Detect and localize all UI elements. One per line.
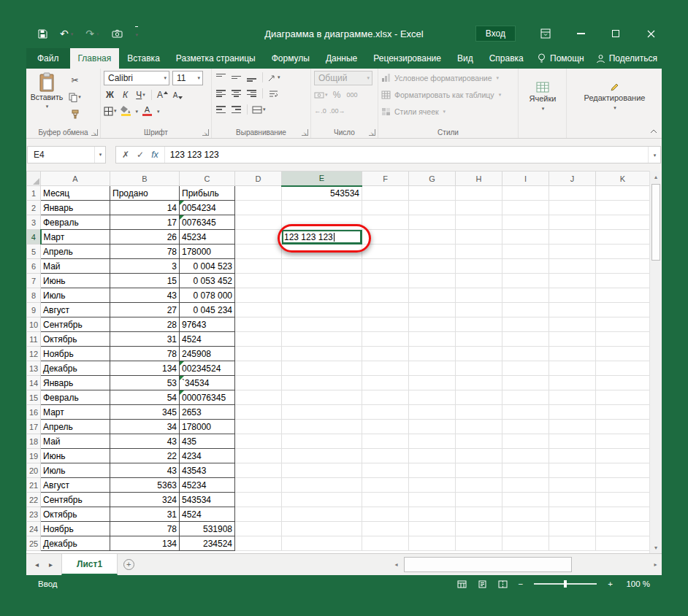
column-header-E[interactable]: E bbox=[282, 172, 362, 186]
cell-H12[interactable] bbox=[456, 347, 502, 361]
cell-H8[interactable] bbox=[456, 288, 502, 303]
normal-view-button[interactable] bbox=[457, 580, 467, 588]
cell-K5[interactable] bbox=[596, 245, 650, 259]
format-painter-button[interactable] bbox=[69, 107, 81, 120]
cell-K25[interactable] bbox=[596, 536, 650, 551]
cell-I3[interactable] bbox=[502, 215, 549, 230]
formula-input[interactable]: 123 123 123 bbox=[165, 150, 648, 160]
cell-F10[interactable] bbox=[362, 317, 409, 332]
decrease-indent-button[interactable] bbox=[215, 103, 227, 116]
cell-A25[interactable]: Декабрь bbox=[41, 536, 110, 551]
column-header-C[interactable]: C bbox=[180, 172, 235, 186]
cell-I7[interactable] bbox=[502, 274, 549, 288]
cell-C6[interactable]: 0 004 523 bbox=[180, 259, 235, 274]
cell-A5[interactable]: Апрель bbox=[41, 245, 110, 259]
cell-B16[interactable]: 345 bbox=[110, 405, 180, 420]
cell-H20[interactable] bbox=[456, 463, 502, 478]
row-header-9[interactable]: 9 bbox=[27, 303, 41, 317]
ribbon-tab-Формулы[interactable]: Формулы bbox=[264, 48, 318, 69]
minimize-button[interactable] bbox=[576, 28, 586, 39]
cell-G17[interactable] bbox=[409, 420, 456, 434]
cell-D3[interactable] bbox=[235, 215, 282, 230]
column-header-D[interactable]: D bbox=[235, 172, 282, 186]
cell-F7[interactable] bbox=[362, 274, 409, 288]
cell-H9[interactable] bbox=[456, 303, 502, 317]
cell-C23[interactable]: 4524 bbox=[180, 507, 235, 522]
cell-A12[interactable]: Ноябрь bbox=[41, 347, 110, 361]
cell-B24[interactable]: 78 bbox=[110, 522, 180, 536]
cell-I23[interactable] bbox=[502, 507, 549, 522]
column-header-F[interactable]: F bbox=[362, 172, 409, 186]
row-header-5[interactable]: 5 bbox=[27, 245, 41, 259]
vertical-scroll-thumb[interactable] bbox=[651, 184, 660, 261]
cell-A24[interactable]: Ноябрь bbox=[41, 522, 110, 536]
cell-G18[interactable] bbox=[409, 434, 456, 449]
cell-K16[interactable] bbox=[596, 405, 650, 420]
cell-I6[interactable] bbox=[502, 259, 549, 274]
font-color-button[interactable]: А bbox=[141, 104, 153, 118]
increase-font-size-button[interactable]: А bbox=[156, 88, 169, 101]
italic-button[interactable]: К bbox=[119, 88, 131, 101]
cell-I2[interactable] bbox=[502, 201, 549, 215]
sign-in-button[interactable]: Вход bbox=[475, 26, 516, 42]
cell-D9[interactable] bbox=[235, 303, 282, 317]
decrease-decimal-button[interactable]: .00→ bbox=[329, 104, 345, 118]
cell-D7[interactable] bbox=[235, 274, 282, 288]
cell-C25[interactable]: 234524 bbox=[180, 536, 235, 551]
cell-B17[interactable]: 34 bbox=[110, 420, 180, 434]
cell-K22[interactable] bbox=[596, 493, 650, 507]
copy-button[interactable] bbox=[69, 91, 81, 104]
insert-function-button[interactable]: fx bbox=[151, 150, 158, 160]
cell-A6[interactable]: Май bbox=[41, 259, 110, 274]
cell-G25[interactable] bbox=[409, 536, 456, 551]
cell-B7[interactable]: 15 bbox=[110, 274, 180, 288]
cell-J12[interactable] bbox=[549, 347, 596, 361]
font-name-select[interactable]: Calibri bbox=[104, 71, 169, 85]
cell-D14[interactable] bbox=[235, 376, 282, 390]
cell-C20[interactable]: 43543 bbox=[180, 463, 235, 478]
column-header-J[interactable]: J bbox=[549, 172, 596, 186]
cell-K13[interactable] bbox=[596, 361, 650, 376]
cell-J25[interactable] bbox=[549, 536, 596, 551]
row-header-4[interactable]: 4 bbox=[27, 230, 41, 245]
name-box-dropdown[interactable] bbox=[94, 147, 105, 163]
column-header-B[interactable]: B bbox=[110, 172, 180, 186]
cell-J7[interactable] bbox=[549, 274, 596, 288]
cell-C7[interactable]: 0 053 452 bbox=[180, 274, 235, 288]
page-layout-view-button[interactable] bbox=[478, 580, 487, 588]
cell-F2[interactable] bbox=[362, 201, 409, 215]
row-header-19[interactable]: 19 bbox=[27, 449, 41, 463]
cell-K8[interactable] bbox=[596, 288, 650, 303]
row-header-1[interactable]: 1 bbox=[27, 186, 41, 201]
align-right-button[interactable] bbox=[245, 87, 258, 100]
cell-J8[interactable] bbox=[549, 288, 596, 303]
cell-F3[interactable] bbox=[362, 215, 409, 230]
cell-C16[interactable]: 2653 bbox=[180, 405, 235, 420]
cell-B21[interactable]: 5363 bbox=[110, 478, 180, 493]
cell-H13[interactable] bbox=[456, 361, 502, 376]
cell-G24[interactable] bbox=[409, 522, 456, 536]
cell-G5[interactable] bbox=[409, 245, 456, 259]
row-header-25[interactable]: 25 bbox=[27, 536, 41, 551]
row-header-21[interactable]: 21 bbox=[27, 478, 41, 493]
cell-D1[interactable] bbox=[235, 186, 282, 201]
cell-F13[interactable] bbox=[362, 361, 409, 376]
cell-H22[interactable] bbox=[456, 493, 502, 507]
font-dialog-launcher[interactable] bbox=[202, 129, 209, 136]
cell-J24[interactable] bbox=[549, 522, 596, 536]
cell-A9[interactable]: Август bbox=[41, 303, 110, 317]
cell-I5[interactable] bbox=[502, 245, 549, 259]
cell-C17[interactable]: 178000 bbox=[180, 420, 235, 434]
column-header-I[interactable]: I bbox=[502, 172, 549, 186]
row-header-10[interactable]: 10 bbox=[27, 317, 41, 332]
cell-F15[interactable] bbox=[362, 390, 409, 405]
ribbon-tab-Разметка страницы[interactable]: Разметка страницы bbox=[168, 48, 264, 69]
cell-F20[interactable] bbox=[362, 463, 409, 478]
cell-C10[interactable]: 97643 bbox=[180, 317, 235, 332]
cell-I24[interactable] bbox=[502, 522, 549, 536]
row-header-15[interactable]: 15 bbox=[27, 390, 41, 405]
cell-I18[interactable] bbox=[502, 434, 549, 449]
cell-E18[interactable] bbox=[282, 434, 362, 449]
cell-E5[interactable] bbox=[282, 245, 362, 259]
cell-B1[interactable]: Продано bbox=[110, 186, 180, 201]
